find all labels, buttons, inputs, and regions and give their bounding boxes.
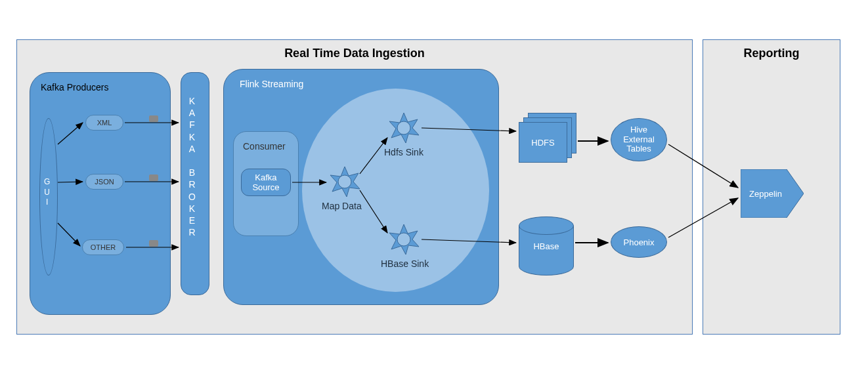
svg-point-5 (397, 233, 410, 246)
star-icon (387, 223, 420, 256)
message-icon (149, 174, 158, 181)
star-icon (387, 112, 420, 144)
phoenix-node: Phoenix (611, 226, 667, 258)
kafka-source-node: Kafka Source (241, 169, 291, 196)
hdfs-store: HDFS (519, 113, 578, 164)
svg-point-3 (397, 121, 410, 134)
zeppelin-node: Zeppelin (741, 169, 804, 218)
hbase-store: HBase (519, 216, 574, 276)
message-icon (149, 240, 158, 247)
gui-label: G U I (44, 177, 51, 208)
flink-label: Flink Streaming (240, 79, 303, 89)
ingestion-title: Real Time Data Ingestion (17, 40, 692, 60)
producer-json: JSON (85, 174, 123, 190)
consumer-label: Consumer (243, 141, 286, 152)
kafka-broker-label: K A F K A B R O K E R (188, 95, 196, 238)
star-icon (328, 165, 361, 198)
map-data-label: Map Data (322, 201, 362, 211)
hive-node: Hive External Tables (611, 118, 667, 161)
hbase-sink-label: HBase Sink (381, 258, 429, 269)
message-icon (149, 115, 158, 122)
zeppelin-label: Zeppelin (741, 169, 791, 218)
hdfs-label: HDFS (519, 122, 567, 163)
svg-point-1 (338, 175, 351, 188)
producer-other: OTHER (82, 239, 124, 255)
producers-label: Kafka Producers (41, 82, 109, 92)
producer-xml: XML (85, 115, 123, 131)
hdfs-sink-label: Hdfs Sink (384, 147, 423, 157)
reporting-title: Reporting (703, 40, 840, 60)
